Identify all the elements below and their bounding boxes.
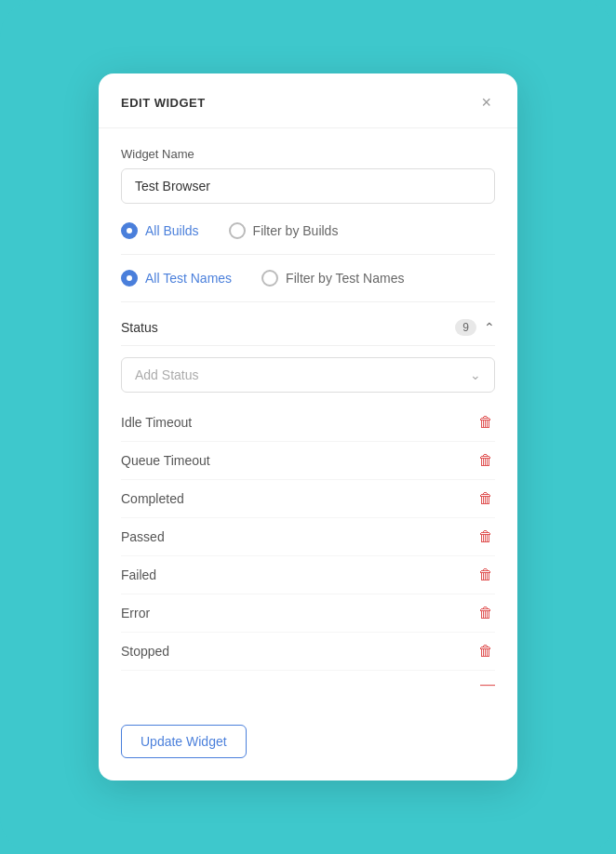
filter-by-test-names-option[interactable]: Filter by Test Names — [261, 270, 404, 287]
chevron-up-icon[interactable]: ⌃ — [484, 320, 495, 335]
update-widget-button[interactable]: Update Widget — [121, 725, 247, 758]
more-indicator: — — [121, 671, 495, 699]
delete-error-button[interactable]: 🗑 — [476, 605, 495, 621]
all-test-names-option[interactable]: All Test Names — [121, 270, 232, 287]
status-item-name: Stopped — [121, 644, 169, 659]
status-item-stopped: Stopped 🗑 — [121, 633, 495, 671]
status-item-completed: Completed 🗑 — [121, 480, 495, 518]
filter-builds-label: Filter by Builds — [253, 223, 339, 238]
add-status-dropdown[interactable]: Add Status ⌄ — [121, 357, 495, 393]
delete-completed-button[interactable]: 🗑 — [476, 490, 495, 507]
page-background: EDIT WIDGET × Widget Name All Builds Fil… — [0, 0, 616, 854]
edit-widget-modal: EDIT WIDGET × Widget Name All Builds Fil… — [99, 73, 517, 781]
status-list: Idle Timeout 🗑 Queue Timeout 🗑 Completed… — [121, 404, 495, 671]
status-item-name: Completed — [121, 491, 184, 506]
delete-stopped-button[interactable]: 🗑 — [476, 643, 495, 660]
modal-title: EDIT WIDGET — [121, 96, 206, 110]
status-item-passed: Passed 🗑 — [121, 518, 495, 556]
delete-idle-timeout-button[interactable]: 🗑 — [476, 414, 495, 431]
all-builds-option[interactable]: All Builds — [121, 222, 199, 239]
status-item-failed: Failed 🗑 — [121, 556, 495, 594]
modal-body: Widget Name All Builds Filter by Builds … — [99, 128, 517, 717]
modal-footer: Update Widget — [99, 717, 517, 781]
builds-radio-section: All Builds Filter by Builds — [121, 207, 495, 255]
status-item-name: Queue Timeout — [121, 453, 210, 468]
all-test-names-label: All Test Names — [145, 271, 232, 286]
widget-name-section: Widget Name — [121, 147, 495, 204]
status-item-name: Error — [121, 606, 150, 620]
status-label: Status — [121, 320, 158, 335]
status-controls: 9 ⌃ — [455, 319, 495, 336]
delete-failed-button[interactable]: 🗑 — [476, 567, 495, 583]
modal-header: EDIT WIDGET × — [99, 73, 517, 128]
delete-passed-button[interactable]: 🗑 — [476, 528, 495, 545]
test-names-radio-section: All Test Names Filter by Test Names — [121, 255, 495, 302]
widget-name-input[interactable] — [121, 168, 495, 204]
status-section: Status 9 ⌃ Add Status ⌄ Idle Timeout 🗑 — [121, 306, 495, 699]
status-item-queue-timeout: Queue Timeout 🗑 — [121, 442, 495, 480]
chevron-down-icon: ⌄ — [470, 367, 481, 382]
filter-test-names-label: Filter by Test Names — [286, 271, 404, 286]
status-item-name: Idle Timeout — [121, 415, 192, 430]
add-status-placeholder: Add Status — [135, 367, 199, 382]
widget-name-label: Widget Name — [121, 147, 495, 161]
all-test-names-radio[interactable] — [121, 270, 138, 287]
filter-builds-radio[interactable] — [229, 222, 246, 239]
status-item-name: Failed — [121, 567, 156, 582]
status-count-badge: 9 — [455, 319, 476, 336]
all-builds-label: All Builds — [145, 223, 199, 238]
filter-test-names-radio[interactable] — [261, 270, 278, 287]
status-item-idle-timeout: Idle Timeout 🗑 — [121, 404, 495, 442]
filter-by-builds-option[interactable]: Filter by Builds — [229, 222, 339, 239]
status-item-name: Passed — [121, 529, 165, 544]
status-item-error: Error 🗑 — [121, 594, 495, 633]
status-header: Status 9 ⌃ — [121, 306, 495, 346]
all-builds-radio[interactable] — [121, 222, 138, 239]
delete-queue-timeout-button[interactable]: 🗑 — [476, 452, 495, 469]
close-button[interactable]: × — [477, 92, 495, 113]
